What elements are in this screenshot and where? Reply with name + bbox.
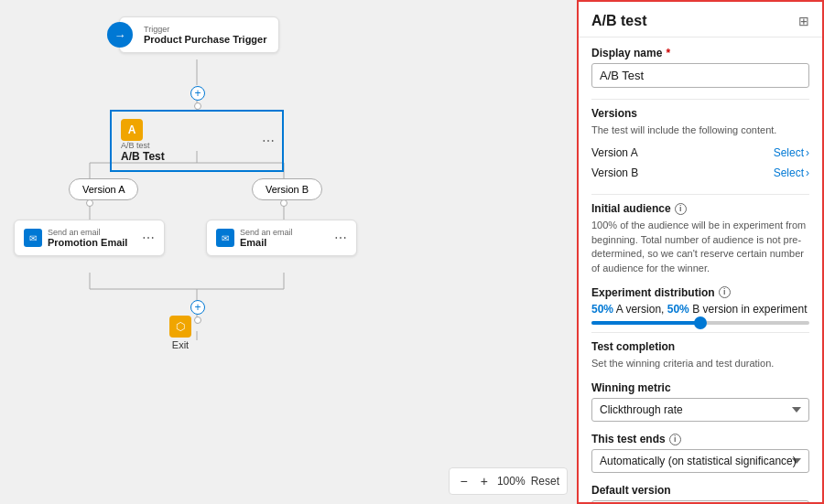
distribution-slider[interactable] <box>591 321 809 325</box>
panel-title: A/B test <box>591 13 646 29</box>
panel-expand-icon[interactable]: ⊞ <box>798 14 809 28</box>
version-a-node[interactable]: Version A <box>69 178 138 200</box>
trigger-content: Trigger Product Purchase Trigger <box>144 25 266 45</box>
test-completion-label: Test completion <box>591 340 809 353</box>
display-name-label: Display name * <box>591 47 809 59</box>
version-a-label: Version A <box>591 146 638 159</box>
connector-dot-3 <box>280 199 287 207</box>
test-ends-select[interactable]: Automatically (on statistical significan… <box>591 449 809 473</box>
ab-test-node[interactable]: A A/B test A/B Test ⋯ <box>110 110 284 172</box>
slider-track <box>591 321 809 325</box>
connector-dot-4 <box>194 316 201 324</box>
default-version-select[interactable]: Version A <box>591 500 809 502</box>
email-a-content: Send an email Promotion Email <box>48 228 127 248</box>
email-b-node[interactable]: ✉ Send an email Email ⋯ <box>206 220 357 256</box>
trigger-node[interactable]: → Trigger Product Purchase Trigger <box>119 16 279 53</box>
zoom-toolbar: − + 100% Reset <box>449 467 568 495</box>
add-node-button-2[interactable]: + <box>190 300 205 315</box>
canvas-area: → Trigger Product Purchase Trigger + A A… <box>0 0 577 504</box>
initial-audience-group: Initial audience i 100% of the audience … <box>591 202 809 275</box>
trigger-name: Product Purchase Trigger <box>144 34 266 45</box>
exit-node[interactable]: ⬡ Exit <box>169 316 191 350</box>
slider-thumb[interactable] <box>694 316 707 329</box>
divider-2 <box>591 194 809 195</box>
initial-audience-label: Initial audience i <box>591 202 809 215</box>
zoom-out-button[interactable]: − <box>457 472 472 490</box>
version-a-row: Version A Select › <box>591 143 809 163</box>
reset-button[interactable]: Reset <box>531 475 559 488</box>
right-panel: A/B test ⊞ Display name * Versions The t… <box>577 0 824 504</box>
add-node-button-1[interactable]: + <box>190 86 205 101</box>
panel-header: A/B test ⊞ <box>579 2 822 38</box>
ab-text: A/B test A/B Test <box>121 141 273 163</box>
connector-dot-2 <box>86 199 93 207</box>
winning-metric-select[interactable]: Clickthrough rate <box>591 398 809 422</box>
experiment-dist-group: Experiment distribution i 50% A version,… <box>591 286 809 325</box>
versions-group: Versions The test will include the follo… <box>591 107 809 183</box>
email-b-icon: ✉ <box>216 229 234 247</box>
initial-audience-info-icon[interactable]: i <box>675 203 687 215</box>
email-a-icon: ✉ <box>24 229 42 247</box>
initial-audience-desc: 100% of the audience will be in experime… <box>591 219 809 275</box>
version-b-row: Version B Select › <box>591 163 809 183</box>
test-ends-label: This test ends i <box>591 433 809 445</box>
slider-fill <box>591 321 700 325</box>
test-ends-info-icon[interactable]: i <box>669 434 681 445</box>
connector-dot-1 <box>194 102 201 110</box>
dist-description: 50% A version, 50% B version in experime… <box>591 303 809 316</box>
version-b-label: Version B <box>591 166 638 179</box>
experiment-dist-label: Experiment distribution i <box>591 286 809 299</box>
exit-label: Exit <box>172 339 189 350</box>
test-completion-desc: Set the winning criteria and test durati… <box>591 357 809 370</box>
version-b-node[interactable]: Version B <box>252 178 322 200</box>
display-name-group: Display name * <box>591 47 809 88</box>
zoom-level: 100% <box>497 475 526 488</box>
versions-desc: The test will include the following cont… <box>591 123 809 137</box>
trigger-label: Trigger <box>144 25 266 34</box>
default-version-label: Default version <box>591 484 809 497</box>
zoom-in-button[interactable]: + <box>477 472 492 490</box>
exit-icon: ⬡ <box>169 316 191 338</box>
ab-icon: A <box>121 119 143 141</box>
divider-3 <box>591 332 809 333</box>
email-b-menu[interactable]: ⋯ <box>334 231 347 245</box>
ab-node-menu[interactable]: ⋯ <box>262 134 275 148</box>
email-b-content: Send an email Email <box>240 228 293 248</box>
experiment-dist-info-icon[interactable]: i <box>719 286 731 298</box>
display-name-input[interactable] <box>591 63 809 88</box>
winning-metric-group: Winning metric Clickthrough rate <box>591 381 809 422</box>
email-a-node[interactable]: ✉ Send an email Promotion Email ⋯ <box>14 220 165 256</box>
test-ends-group: This test ends i Automatically (on stati… <box>591 433 809 473</box>
divider-1 <box>591 99 809 100</box>
panel-body: Display name * Versions The test will in… <box>579 38 822 502</box>
version-b-select[interactable]: Select › <box>774 166 809 179</box>
email-a-menu[interactable]: ⋯ <box>142 231 155 245</box>
test-completion-group: Test completion Set the winning criteria… <box>591 340 809 370</box>
version-a-select[interactable]: Select › <box>774 146 809 159</box>
trigger-icon: → <box>107 22 133 48</box>
default-version-group: Default version Version A If there's no … <box>591 484 809 502</box>
versions-label: Versions <box>591 107 809 120</box>
winning-metric-label: Winning metric <box>591 381 809 394</box>
